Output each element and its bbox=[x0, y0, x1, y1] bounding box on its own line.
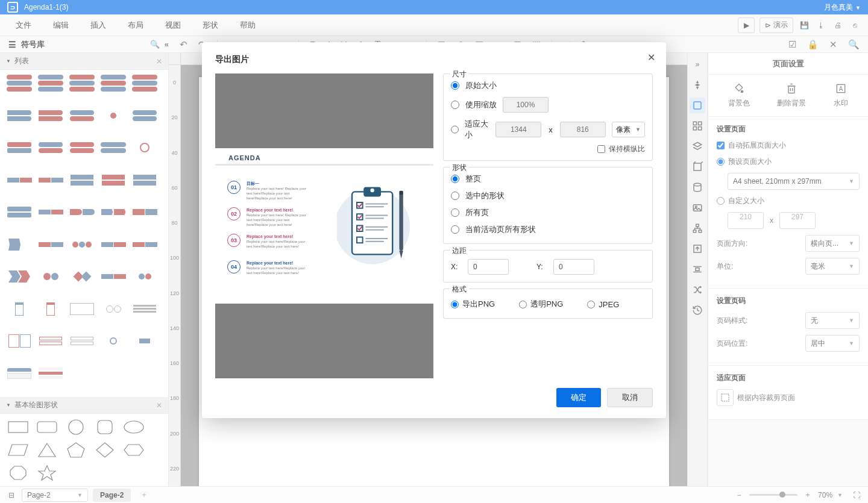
svg-rect-40 bbox=[352, 192, 392, 254]
margin-fieldset: 边距 X: 0 Y: 0 bbox=[443, 250, 653, 283]
margin-y-input[interactable]: 0 bbox=[553, 259, 594, 275]
export-image-modal: 导出图片 ✕ AGENDA 01 目标一Replace your text he… bbox=[202, 42, 666, 418]
preview-entry-num: 01 bbox=[227, 181, 241, 194]
format-fieldset: 格式 导出PNG 透明PNG JPEG bbox=[443, 289, 653, 319]
svg-point-42 bbox=[370, 189, 374, 192]
fit-height-input bbox=[560, 122, 606, 137]
fit-width-input bbox=[495, 122, 541, 137]
preview-entry-num: 03 bbox=[227, 234, 241, 247]
preview-entry-num: 04 bbox=[227, 260, 241, 273]
shape-selected-radio[interactable] bbox=[451, 192, 459, 200]
svg-marker-56 bbox=[399, 251, 403, 258]
fit-unit-select[interactable]: 像素▼ bbox=[612, 122, 645, 137]
format-transparent-radio[interactable] bbox=[519, 301, 527, 308]
size-original-radio[interactable] bbox=[451, 81, 459, 90]
size-scale-radio[interactable] bbox=[451, 101, 459, 109]
svg-rect-57 bbox=[399, 191, 403, 195]
shape-all-pages-radio[interactable] bbox=[451, 208, 459, 217]
modal-overlay: 导出图片 ✕ AGENDA 01 目标一Replace your text he… bbox=[0, 0, 868, 503]
size-fit-radio[interactable] bbox=[451, 125, 459, 134]
shape-fieldset: 形状 整页 选中的形状 所有页 当前活动页所有形状 bbox=[443, 167, 653, 244]
cancel-button[interactable]: 取消 bbox=[607, 388, 653, 407]
margin-x-input[interactable]: 0 bbox=[468, 259, 509, 275]
preview-agenda-title: AGENDA bbox=[228, 154, 261, 161]
svg-rect-55 bbox=[399, 193, 403, 251]
ok-button[interactable]: 确定 bbox=[556, 388, 601, 407]
export-preview: AGENDA 01 目标一Replace your text here! Rep… bbox=[215, 73, 433, 378]
shape-active-all-radio[interactable] bbox=[451, 225, 459, 234]
shape-full-radio[interactable] bbox=[451, 175, 459, 183]
keep-ratio-checkbox[interactable] bbox=[597, 145, 605, 153]
preview-entry-num: 02 bbox=[227, 207, 241, 220]
clipboard-illustration bbox=[337, 178, 415, 275]
size-fieldset: 尺寸 原始大小 使用缩放 适应大小 x 像素▼ 保持横纵比 bbox=[443, 73, 653, 161]
scale-input bbox=[503, 97, 549, 113]
svg-rect-52 bbox=[357, 237, 363, 243]
format-png-radio[interactable] bbox=[451, 301, 459, 308]
format-jpeg-radio[interactable] bbox=[587, 301, 595, 308]
modal-title: 导出图片 bbox=[215, 54, 653, 65]
close-icon[interactable]: ✕ bbox=[647, 52, 655, 63]
